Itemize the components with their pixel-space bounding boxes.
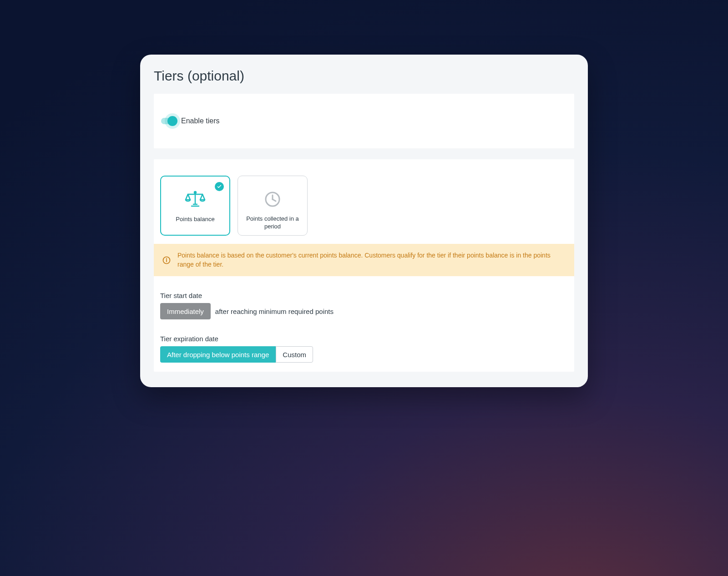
info-banner: Points balance is based on the customer'… xyxy=(154,244,574,276)
enable-tiers-toggle[interactable] xyxy=(161,116,177,126)
tiers-panel: Tiers (optional) Enable tiers xyxy=(140,55,588,387)
tier-config-card: Points balance Points collected in a per… xyxy=(154,159,574,372)
option-points-period[interactable]: Points collected in a period xyxy=(238,176,308,236)
tier-start-suffix: after reaching minimum required points xyxy=(215,308,334,315)
info-text: Points balance is based on the customer'… xyxy=(177,251,566,269)
option-points-balance[interactable]: Points balance xyxy=(160,176,230,236)
option-label: Points collected in a period xyxy=(243,215,303,231)
clock-icon xyxy=(263,187,282,212)
scales-icon xyxy=(184,187,206,212)
tier-basis-options: Points balance Points collected in a per… xyxy=(160,168,568,237)
tier-start-chip-immediately[interactable]: Immediately xyxy=(160,303,211,319)
check-icon xyxy=(215,182,224,191)
svg-point-10 xyxy=(167,258,167,259)
tier-expire-option-drop-below[interactable]: After dropping below points range xyxy=(160,346,276,363)
option-label: Points balance xyxy=(176,216,214,223)
svg-line-7 xyxy=(273,199,276,201)
tier-expire-group: Tier expiration date After dropping belo… xyxy=(160,335,568,363)
tier-start-label: Tier start date xyxy=(160,292,568,299)
svg-point-2 xyxy=(194,192,196,193)
enable-tiers-card: Enable tiers xyxy=(154,94,574,148)
tier-start-group: Tier start date Immediately after reachi… xyxy=(160,292,568,319)
enable-tiers-label: Enable tiers xyxy=(181,117,220,125)
tier-expire-option-custom[interactable]: Custom xyxy=(276,346,313,363)
tier-expire-label: Tier expiration date xyxy=(160,335,568,343)
page-title: Tiers (optional) xyxy=(154,68,574,84)
info-icon xyxy=(162,256,171,265)
